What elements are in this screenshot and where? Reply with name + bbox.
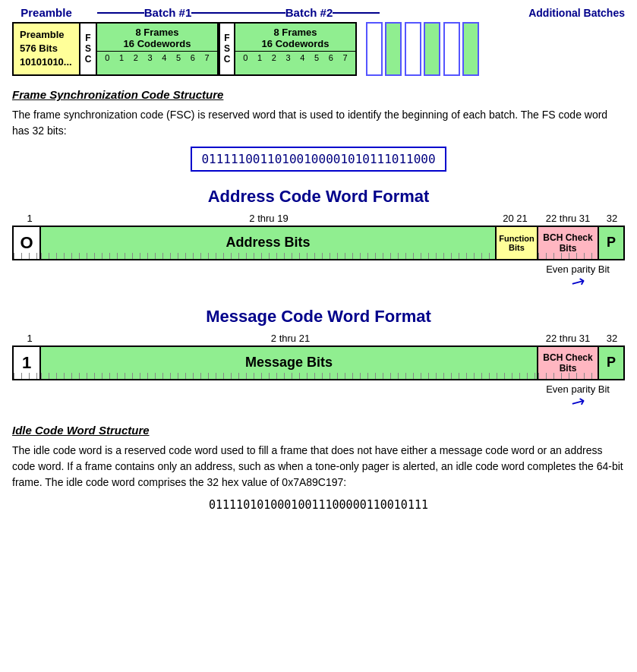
message-cell-bch: BCH Check Bits — [538, 347, 599, 379]
add-rect-white-1 — [366, 22, 383, 76]
preamble-line2: 576 Bits — [20, 42, 73, 55]
addr-num1: 1 — [15, 213, 44, 224]
msg-num32: 32 — [599, 333, 625, 344]
message-cell-p: P — [599, 347, 623, 379]
message-parity-label-group: Even parity Bit ↗ — [546, 383, 610, 412]
add-rect-white-2 — [405, 22, 421, 76]
add-rect-green-2 — [424, 22, 440, 76]
addr-num32: 32 — [599, 213, 625, 224]
address-cell-bch: BCH Check Bits — [538, 227, 599, 259]
header-preamble-label: Preamble — [12, 6, 80, 19]
idle-section-text: The idle code word is a reserved code wo… — [12, 443, 625, 491]
msg-num2-21: 2 thru 21 — [44, 333, 537, 344]
header-labels-row: Preamble Batch #1 Batch #2 Additional Ba… — [12, 6, 625, 19]
address-parity-label-group: Even parity Bit ↗ — [546, 263, 610, 292]
address-blocks-row: O Address Bits Function Bits BCH Check B… — [12, 226, 625, 260]
header-batch2: Batch #2 — [238, 6, 380, 19]
main-diagram-row: Preamble 576 Bits 10101010... F S C 8 Fr… — [12, 22, 625, 76]
batch2-arrow: Batch #2 — [238, 6, 380, 19]
additional-batches-block — [366, 22, 479, 76]
msg-num1: 1 — [15, 333, 44, 344]
address-section: Address Code Word Format 1 2 thru 19 20 … — [12, 187, 625, 292]
address-numbers-row: 1 2 thru 19 20 21 22 thru 31 32 — [12, 213, 625, 224]
batch2-frames-title: 8 Frames 16 Codewords — [235, 24, 355, 52]
address-cell-address: Address Bits — [41, 227, 497, 259]
address-parity-row: Even parity Bit ↗ — [12, 263, 625, 292]
add-rect-green-3 — [462, 22, 479, 76]
batch2-arrow-line-left — [238, 12, 285, 14]
batch2-frame-numbers: 0 1 2 3 4 5 6 7 — [235, 52, 355, 64]
batch1-arrow: Batch #1 — [97, 6, 238, 19]
fsc-section-title: Frame Synchronization Code Structure — [12, 88, 625, 101]
batch2-fsc-f: F — [224, 33, 229, 43]
message-numbers-row: 1 2 thru 21 22 thru 31 32 — [12, 333, 625, 344]
preamble-block: Preamble 576 Bits 10101010... — [12, 22, 80, 76]
batch1-codewords-label: 16 Codewords — [97, 38, 217, 49]
batch1-arrow-line-right — [191, 12, 238, 14]
message-parity-row: Even parity Bit ↗ — [12, 383, 625, 412]
address-cell-0: O — [14, 227, 41, 259]
batch1-frame-numbers: 0 1 2 3 4 5 6 7 — [97, 52, 217, 64]
batch2-fsc-c: C — [224, 54, 231, 65]
preamble-line1: Preamble — [20, 28, 73, 42]
batch2-fsc-s: S — [224, 43, 230, 54]
idle-binary-code: 01111010100010011100000110010111 — [12, 498, 625, 512]
add-col-3 — [443, 22, 479, 76]
fsc-section-text: The frame synchronization code (FSC) is … — [12, 107, 625, 139]
batch2-frames-block: 8 Frames 16 Codewords 0 1 2 3 4 5 6 7 — [235, 22, 357, 76]
batch2-arrow-line-right — [333, 12, 380, 14]
fsc-binary-code: 01111100110100100001010111011000 — [191, 147, 446, 172]
batch2-label: Batch #2 — [285, 6, 333, 19]
header-batch1: Batch #1 — [97, 6, 238, 19]
idle-section: Idle Code Word Structure The idle code w… — [12, 424, 625, 512]
batch1-frames-block: 8 Frames 16 Codewords 0 1 2 3 4 5 6 7 — [97, 22, 219, 76]
batch2-fsc-block: F S C — [219, 22, 235, 76]
batch1-frames-label: 8 Frames — [97, 27, 217, 38]
fsc-s: S — [85, 43, 91, 54]
message-cell-message: Message Bits — [41, 347, 538, 379]
add-col-1 — [366, 22, 402, 76]
header-additional-label: Additional Batches — [528, 7, 625, 19]
batch1-fsc-block: F S C — [80, 22, 97, 76]
addr-num20-21: 20 21 — [494, 213, 537, 224]
address-cell-function: Function Bits — [497, 227, 538, 259]
batch1-frames-title: 8 Frames 16 Codewords — [97, 24, 217, 52]
batch1-arrow-line-left — [97, 12, 144, 14]
fsc-c: C — [85, 54, 92, 65]
address-title: Address Code Word Format — [12, 187, 625, 207]
message-blocks-row: 1 Message Bits BCH Check Bits P — [12, 345, 625, 380]
add-rect-white-3 — [443, 22, 460, 76]
add-col-2 — [405, 22, 440, 76]
message-section: Message Code Word Format 1 2 thru 21 22 … — [12, 307, 625, 412]
batch1-label: Batch #1 — [144, 6, 192, 19]
add-rect-green-1 — [385, 22, 402, 76]
msg-num22-31: 22 thru 31 — [537, 333, 599, 344]
address-cell-p: P — [599, 227, 623, 259]
idle-section-title: Idle Code Word Structure — [12, 424, 625, 437]
addr-num2-19: 2 thru 19 — [44, 213, 494, 224]
preamble-line3: 10101010... — [20, 55, 73, 69]
addr-num22-31: 22 thru 31 — [537, 213, 599, 224]
message-cell-1: 1 — [14, 347, 41, 379]
fsc-section: Frame Synchronization Code Structure The… — [12, 88, 625, 172]
message-title: Message Code Word Format — [12, 307, 625, 327]
fsc-f: F — [85, 33, 90, 43]
